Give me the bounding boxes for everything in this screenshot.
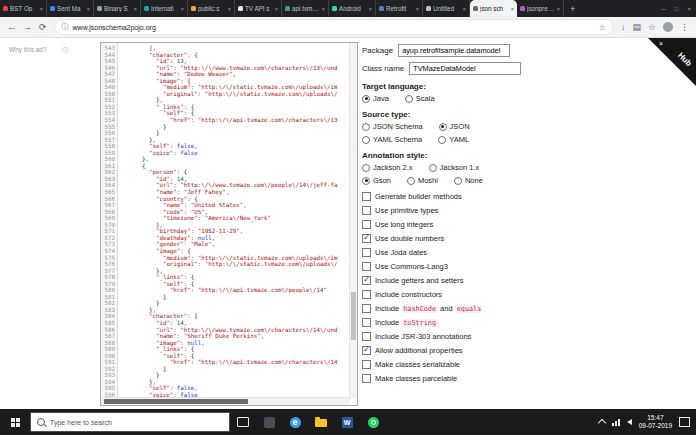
tab-close-icon[interactable]: × xyxy=(134,6,137,12)
site-info-icon[interactable]: ⓘ xyxy=(62,22,69,32)
ribbon-close-icon[interactable]: × xyxy=(659,40,663,47)
code-line: "original": "http:\/\/static.tvmaze.com\… xyxy=(121,261,357,268)
checkbox-label: Use long integers xyxy=(375,220,433,229)
network-icon[interactable] xyxy=(612,419,620,426)
address-bar[interactable]: ⓘ www.jsonschema2pojo.org ☆ xyxy=(54,19,614,35)
classname-input[interactable] xyxy=(409,62,521,75)
browser-tab-9[interactable]: Untitled× xyxy=(423,0,470,17)
checkbox-generate-builder-methods[interactable]: Generate builder methods xyxy=(362,189,684,203)
radio-label: YAML Schema xyxy=(373,135,422,144)
checkbox-include-jsr-303-annotations[interactable]: Include JSR-303 annotations xyxy=(362,329,684,343)
tab-close-icon[interactable]: × xyxy=(369,6,372,12)
browser-tab-4[interactable]: public:s× xyxy=(188,0,235,17)
taskbar-clock[interactable]: 15:47 09-07-2019 xyxy=(639,414,672,430)
radio-none[interactable]: None xyxy=(454,176,483,185)
menu-icon[interactable]: ⋮ xyxy=(680,23,689,32)
browser-tab-3[interactable]: Internati× xyxy=(141,0,188,17)
horizontal-scroll-thumb[interactable] xyxy=(104,399,248,404)
tab-close-icon[interactable]: × xyxy=(40,6,43,12)
package-input[interactable] xyxy=(398,44,510,57)
checkbox-include-getters-and-setters[interactable]: ✓Include getters and setters xyxy=(362,273,684,287)
checkbox-make-classes-serializable[interactable]: Make classes serializable xyxy=(362,357,684,371)
tab-close-icon[interactable]: × xyxy=(87,6,90,12)
radio-scala[interactable]: Scala xyxy=(405,94,435,103)
target-language-heading: Target language: xyxy=(362,82,684,91)
radio-json[interactable]: JSON xyxy=(439,122,470,131)
taskbar-app-word[interactable] xyxy=(334,409,360,435)
download-icon[interactable]: ↓ xyxy=(621,23,626,32)
checkbox-box xyxy=(362,192,371,201)
tab-close-icon[interactable]: × xyxy=(275,6,278,12)
browser-tab-8[interactable]: Retrofit× xyxy=(376,0,423,17)
target-language-row: JavaScala xyxy=(362,94,684,103)
editor-horizontal-scrollbar[interactable] xyxy=(101,397,350,405)
tab-close-icon[interactable]: × xyxy=(511,6,514,12)
browser-tab-7[interactable]: Android× xyxy=(329,0,376,17)
checkbox-use-double-numbers[interactable]: ✓Use double numbers xyxy=(362,231,684,245)
new-tab-button[interactable]: + xyxy=(564,0,581,17)
checkbox-use-long-integers[interactable]: Use long integers xyxy=(362,217,684,231)
code-pane[interactable]: ], "character": { "id": 13, "url": "http… xyxy=(118,43,357,405)
volume-icon[interactable] xyxy=(627,419,632,425)
vertical-scroll-thumb[interactable] xyxy=(351,292,356,340)
line-number-gutter: 5435445455465475485495505515525535545555… xyxy=(101,43,118,405)
checkbox-allow-additional-properties[interactable]: ✓Allow additional properties xyxy=(362,343,684,357)
taskbar-app-edge[interactable] xyxy=(282,409,308,435)
editor-vertical-scrollbar[interactable] xyxy=(349,43,357,398)
back-icon[interactable]: ← xyxy=(7,23,16,32)
taskbar-search[interactable]: Type here to search xyxy=(30,412,230,432)
radio-yaml[interactable]: YAML xyxy=(438,135,469,144)
tab-close-icon[interactable]: × xyxy=(181,6,184,12)
radio-jackson-1-x[interactable]: Jackson 1.x xyxy=(429,163,480,172)
checkbox-make-classes-parcelable[interactable]: Make classes parcelable xyxy=(362,371,684,385)
profile-avatar[interactable] xyxy=(663,22,673,32)
refresh-icon[interactable]: ⟳ xyxy=(39,23,47,32)
ad-info-icon[interactable]: ⓘ xyxy=(62,46,69,55)
checkbox-include-tostring[interactable]: Include toString xyxy=(362,315,684,329)
task-view-button[interactable] xyxy=(230,409,256,435)
tab-close-icon[interactable]: × xyxy=(322,6,325,12)
taskbar-app-whatsapp[interactable] xyxy=(360,409,386,435)
browser-tab-11[interactable]: jsonprettyp× xyxy=(517,0,564,17)
radio-moshi[interactable]: Moshi xyxy=(407,176,438,185)
browser-tab-2[interactable]: Binary S× xyxy=(94,0,141,17)
checkbox-include-constructors[interactable]: Include constructors xyxy=(362,287,684,301)
start-button[interactable] xyxy=(0,409,30,435)
forward-icon[interactable]: → xyxy=(23,23,32,32)
radio-yaml-schema[interactable]: YAML Schema xyxy=(362,135,422,144)
tab-close-icon[interactable]: × xyxy=(416,6,419,12)
tab-favicon xyxy=(97,6,102,11)
tray-expand-icon[interactable] xyxy=(598,419,606,427)
collections-icon[interactable]: ▤ xyxy=(632,23,641,32)
why-this-ad-link[interactable]: Why this ad? xyxy=(9,46,47,53)
checkbox-use-primitive-types[interactable]: Use primitive types xyxy=(362,203,684,217)
favorites-icon[interactable]: ☆ xyxy=(648,23,656,32)
url-text: www.jsonschema2pojo.org xyxy=(73,24,595,31)
tab-favicon xyxy=(144,6,149,11)
checkbox-use-commons-lang3[interactable]: Use Commons-Lang3 xyxy=(362,259,684,273)
radio-jackson-2-x[interactable]: Jackson 2.x xyxy=(362,163,413,172)
json-editor[interactable]: 5435445455465475485495505515525535545555… xyxy=(100,42,358,406)
close-button[interactable]: × xyxy=(687,6,691,12)
action-center-icon[interactable] xyxy=(679,417,690,427)
maximize-button[interactable]: □ xyxy=(675,6,679,12)
radio-java[interactable]: Java xyxy=(362,94,389,103)
radio-dot xyxy=(362,136,370,144)
checkbox-use-joda-dates[interactable]: Use Joda dates xyxy=(362,245,684,259)
browser-tab-6[interactable]: api.tvmaze× xyxy=(282,0,329,17)
tab-close-icon[interactable]: × xyxy=(557,6,560,12)
tab-close-icon[interactable]: × xyxy=(228,6,231,12)
browser-tab-0[interactable]: BST Op× xyxy=(0,0,47,17)
taskbar-app-explorer[interactable] xyxy=(308,409,334,435)
taskbar-app-generic[interactable] xyxy=(256,409,282,435)
bookmark-star-icon[interactable]: ☆ xyxy=(599,23,606,32)
checkbox-include-hashcode-and-equals[interactable]: Include hashCode and equals xyxy=(362,301,684,315)
github-ribbon[interactable]: × Hub xyxy=(644,38,696,90)
radio-json-schema[interactable]: JSON Schema xyxy=(362,122,423,131)
tab-close-icon[interactable]: × xyxy=(463,6,466,12)
minimize-button[interactable]: ─ xyxy=(662,6,666,12)
radio-gson[interactable]: Gson xyxy=(362,176,391,185)
browser-tab-10[interactable]: json sch× xyxy=(470,0,517,17)
browser-tab-1[interactable]: Sent Ma× xyxy=(47,0,94,17)
browser-tab-5[interactable]: TV API s× xyxy=(235,0,282,17)
